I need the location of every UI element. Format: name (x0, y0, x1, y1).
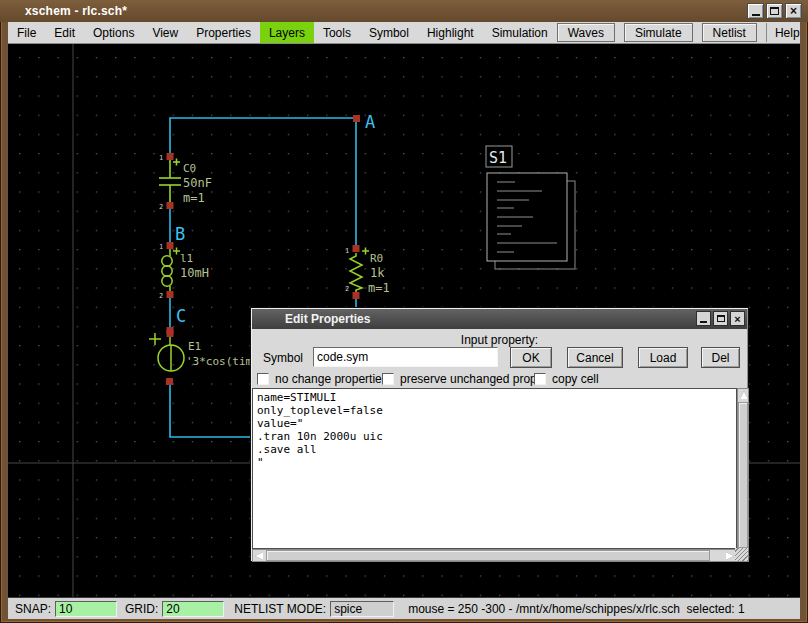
pin-marker (167, 153, 174, 160)
pin-number: 1 (345, 247, 349, 255)
component-value: 50nF (183, 176, 212, 190)
dialog-maximize-button[interactable] (713, 311, 728, 326)
scroll-up-icon[interactable] (740, 391, 748, 399)
pin-marker (167, 242, 174, 249)
property-textarea[interactable]: name=STIMULI only_toplevel=false value="… (252, 388, 737, 549)
component-ref: E1 (188, 340, 201, 353)
pin-number: 1 (159, 154, 163, 162)
grid-label: GRID: (125, 602, 158, 616)
netlist-mode-label: NETLIST MODE: (234, 602, 326, 616)
scroll-right-icon[interactable] (726, 552, 734, 560)
mouse-status-text: mouse = 250 -300 - /mnt/x/home/schippes/… (408, 602, 745, 616)
copy-cell-checkbox[interactable] (534, 373, 546, 385)
svg-text:A: A (365, 112, 375, 132)
menu-layers[interactable]: Layers (260, 22, 314, 43)
pin-marker (166, 378, 173, 385)
ok-button[interactable]: OK (510, 347, 552, 368)
netlist-mode-input[interactable] (330, 601, 394, 617)
menu-items: File Edit Options View Properties Layers… (8, 22, 557, 43)
component-ref: C0 (183, 162, 196, 175)
pin-marker (353, 115, 360, 122)
minimize-button[interactable] (747, 3, 764, 19)
vertical-scroll-thumb[interactable] (738, 402, 748, 548)
component-mult: m=1 (183, 191, 205, 205)
menu-help[interactable]: Help (766, 23, 808, 42)
menu-simulation[interactable]: Simulation (483, 22, 557, 43)
snap-input[interactable] (55, 601, 117, 617)
component-value: 1k (370, 266, 385, 280)
menu-file[interactable]: File (8, 22, 45, 43)
symbol-label: Symbol (263, 351, 303, 365)
no-change-properties-checkbox[interactable] (257, 373, 269, 385)
netlist-button[interactable]: Netlist (702, 23, 757, 42)
xschem-window: xschem - rlc.sch* × File Edit Options Vi… (0, 0, 808, 623)
window-title: xschem - rlc.sch* (0, 4, 127, 18)
window-titlebar[interactable]: xschem - rlc.sch* × (0, 0, 808, 22)
component-ref: l1 (180, 252, 193, 265)
minimize-icon (700, 321, 707, 323)
minimize-icon (752, 14, 760, 16)
no-change-properties-label: no change properties (275, 372, 388, 386)
menu-edit[interactable]: Edit (45, 22, 84, 43)
close-button[interactable]: × (785, 3, 802, 19)
dialog-titlebar[interactable]: Edit Properties × (252, 309, 747, 329)
menu-tools[interactable]: Tools (314, 22, 360, 43)
pin-marker (167, 202, 174, 209)
svg-text:C: C (176, 306, 186, 326)
pin-number: 2 (159, 203, 163, 211)
maximize-icon (717, 315, 725, 322)
menu-options[interactable]: Options (84, 22, 143, 43)
checkbox-row: no change properties preserve unchanged … (251, 372, 748, 388)
snap-label: SNAP: (15, 602, 51, 616)
menu-properties[interactable]: Properties (187, 22, 260, 43)
waves-button[interactable]: Waves (557, 23, 615, 42)
preserve-unchanged-props-checkbox[interactable] (382, 373, 394, 385)
maximize-icon (770, 7, 779, 15)
pin-number: 2 (159, 292, 163, 300)
maximize-button[interactable] (766, 3, 783, 19)
scroll-left-icon[interactable] (255, 552, 263, 560)
symbol-input[interactable] (313, 347, 498, 367)
grid-input[interactable] (162, 601, 224, 617)
close-icon: × (734, 313, 740, 325)
pin-number: 2 (345, 285, 349, 293)
pin-marker (167, 330, 174, 337)
dialog-minimize-button[interactable] (696, 311, 711, 326)
preserve-unchanged-props-label: preserve unchanged props (400, 372, 543, 386)
net-label-b[interactable]: B (175, 224, 185, 244)
menu-view[interactable]: View (143, 22, 187, 43)
symbol-row: Symbol OK Cancel Load Del (251, 347, 748, 369)
simulate-button[interactable]: Simulate (624, 23, 693, 42)
resize-grip[interactable] (735, 548, 748, 561)
pin-marker (167, 291, 174, 298)
horizontal-scrollbar[interactable] (252, 549, 737, 562)
menu-highlight[interactable]: Highlight (418, 22, 483, 43)
dialog-close-button[interactable]: × (730, 311, 745, 326)
copy-cell-label: copy cell (552, 372, 599, 386)
pin-marker (353, 292, 360, 299)
load-button[interactable]: Load (638, 347, 688, 368)
component-mult: m=1 (368, 281, 390, 295)
input-property-label: Input property: (251, 333, 748, 347)
code-label: S1 (489, 149, 507, 167)
component-value: 10mH (180, 266, 209, 280)
del-button[interactable]: Del (701, 347, 740, 368)
component-ref: R0 (370, 252, 383, 265)
close-icon: × (790, 5, 797, 17)
horizontal-scroll-thumb[interactable] (266, 550, 710, 561)
pin-marker (353, 245, 360, 252)
statusbar: SNAP: GRID: NETLIST MODE: mouse = 250 -3… (8, 597, 800, 619)
vertical-scrollbar[interactable] (737, 388, 749, 562)
menubar: File Edit Options View Properties Layers… (8, 22, 800, 44)
dialog-title: Edit Properties (252, 312, 370, 326)
schematic-canvas[interactable]: 1 2 C0 50nF m=1 A B C (8, 44, 800, 597)
pin-number: 1 (159, 243, 163, 251)
edit-properties-dialog: Edit Properties × Input property: Symbol… (250, 307, 749, 562)
menu-symbol[interactable]: Symbol (360, 22, 418, 43)
svg-text:B: B (175, 224, 185, 244)
cancel-button[interactable]: Cancel (567, 347, 623, 368)
